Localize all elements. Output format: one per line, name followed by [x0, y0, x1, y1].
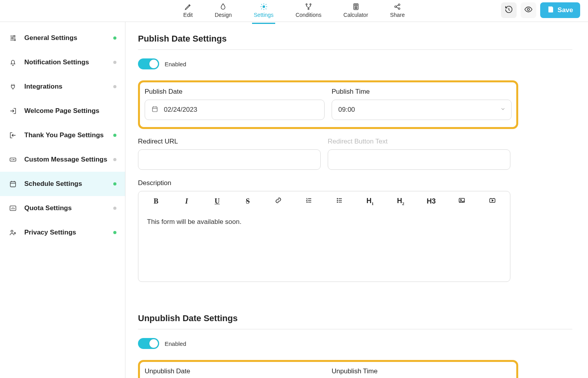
image-icon [458, 197, 465, 206]
sidebar-item-notification[interactable]: Notification Settings [0, 50, 125, 75]
tab-conditions[interactable]: Conditions [294, 2, 323, 23]
status-dot [113, 231, 116, 234]
strike-button[interactable]: S [240, 195, 256, 207]
list-ul-icon [336, 197, 343, 206]
chevron-down-icon [500, 106, 506, 114]
tab-calculator[interactable]: Calculator [342, 2, 370, 23]
top-actions: Save [501, 2, 580, 18]
tab-share[interactable]: Share [388, 2, 406, 23]
svg-point-10 [356, 8, 356, 9]
tab-settings[interactable]: Settings [252, 2, 275, 24]
editor-text: This form will be available soon. [147, 218, 241, 225]
redirect-url-field: Redirect URL [138, 138, 321, 170]
tab-design[interactable]: Design [213, 2, 234, 23]
preview-button[interactable] [521, 2, 536, 18]
svg-point-29 [337, 202, 338, 202]
link-button[interactable] [270, 195, 286, 207]
tab-label: Design [215, 12, 232, 18]
svg-point-6 [354, 7, 355, 7]
user-gear-icon [9, 228, 17, 237]
bold-button[interactable]: B [148, 195, 164, 207]
plug-icon [9, 82, 17, 91]
chart-icon [9, 204, 17, 213]
svg-point-9 [354, 8, 355, 9]
field-label: Redirect URL [138, 138, 321, 145]
editor-toolbar: B I U S H1 H2 H3 [138, 191, 510, 211]
top-nav: Edit Design Settings Conditions Calculat… [182, 2, 407, 24]
text-box-icon [9, 155, 17, 164]
description-field: Description B I U S H1 H2 H3 Th [138, 179, 510, 282]
h1-button[interactable]: H1 [362, 195, 378, 207]
italic-button[interactable]: I [179, 195, 194, 207]
branch-icon [304, 2, 313, 11]
sidebar-item-quota[interactable]: Quota Settings [0, 196, 125, 220]
svg-point-20 [14, 39, 15, 40]
sidebar-item-integrations[interactable]: Integrations [0, 75, 125, 99]
eye-icon [524, 5, 533, 15]
publish-time-select[interactable]: 09:00 [332, 100, 512, 120]
svg-point-24 [11, 230, 13, 232]
bell-icon [9, 58, 17, 67]
sliders-icon [9, 34, 17, 42]
sidebar-item-label: Quota Settings [24, 204, 72, 212]
video-icon [489, 197, 496, 206]
input-value: 02/24/2023 [164, 106, 197, 114]
calendar-icon [151, 105, 158, 114]
status-dot [113, 85, 116, 88]
field-label: Publish Time [332, 88, 512, 96]
h2-button[interactable]: H2 [393, 195, 408, 207]
publish-date-input[interactable]: 02/24/2023 [145, 100, 325, 120]
svg-point-31 [461, 199, 461, 200]
redirect-button-text-field: Redirect Button Text [328, 138, 510, 170]
sidebar-item-custom-message[interactable]: Custom Message Settings [0, 147, 125, 172]
redirect-url-input[interactable] [138, 149, 321, 170]
sidebar-item-schedule[interactable]: Schedule Settings [0, 172, 125, 196]
field-label: Unpublish Time [332, 367, 512, 375]
sidebar-item-label: Welcome Page Settings [24, 107, 99, 115]
tab-label: Conditions [296, 12, 321, 18]
field-label: Unpublish Date [145, 367, 325, 375]
publish-highlight: Publish Date 02/24/2023 Publish Time 09:… [138, 80, 518, 129]
svg-point-3 [308, 8, 309, 9]
save-button[interactable]: Save [540, 2, 580, 18]
sidebar-item-privacy[interactable]: Privacy Settings [0, 220, 125, 245]
sidebar-item-label: Notification Settings [24, 58, 89, 66]
status-dot [113, 207, 116, 210]
unpublish-toggle-row: Enabled [138, 338, 572, 349]
ordered-list-button[interactable] [301, 195, 317, 207]
video-button[interactable] [485, 195, 500, 207]
sidebar-item-general[interactable]: General Settings [0, 26, 125, 50]
h3-button[interactable]: H3 [423, 195, 439, 207]
sidebar-item-welcome[interactable]: Welcome Page Settings [0, 99, 125, 123]
sidebar-item-label: Custom Message Settings [24, 156, 107, 164]
publish-enabled-toggle[interactable] [138, 58, 159, 69]
field-label: Publish Date [145, 88, 325, 96]
underline-button[interactable]: U [209, 195, 225, 207]
editor-content[interactable]: This form will be available soon. [138, 211, 510, 282]
save-icon [547, 6, 554, 15]
tab-label: Edit [183, 12, 193, 18]
unordered-list-button[interactable] [332, 195, 347, 207]
svg-point-27 [337, 198, 338, 199]
svg-point-7 [356, 7, 356, 7]
unpublish-date-field: Unpublish Date 02/28/2023 [145, 367, 325, 378]
svg-point-18 [14, 35, 15, 36]
publish-date-field: Publish Date 02/24/2023 [145, 88, 325, 120]
field-label: Description [138, 179, 171, 187]
sidebar-item-label: Integrations [24, 83, 62, 91]
redirect-button-text-input[interactable] [328, 149, 510, 170]
calculator-icon [352, 2, 360, 11]
image-button[interactable] [454, 195, 470, 207]
status-dot [113, 36, 116, 40]
history-button[interactable] [501, 2, 517, 18]
door-in-icon [9, 107, 17, 115]
tab-edit[interactable]: Edit [182, 2, 194, 23]
gear-icon [260, 2, 268, 11]
status-dot [113, 182, 116, 185]
sidebar-item-thankyou[interactable]: Thank You Page Settings [0, 123, 125, 147]
pencil-icon [184, 2, 192, 11]
publish-toggle-row: Enabled [138, 58, 572, 69]
unpublish-enabled-toggle[interactable] [138, 338, 159, 349]
svg-point-15 [528, 8, 530, 11]
svg-rect-26 [152, 107, 157, 111]
